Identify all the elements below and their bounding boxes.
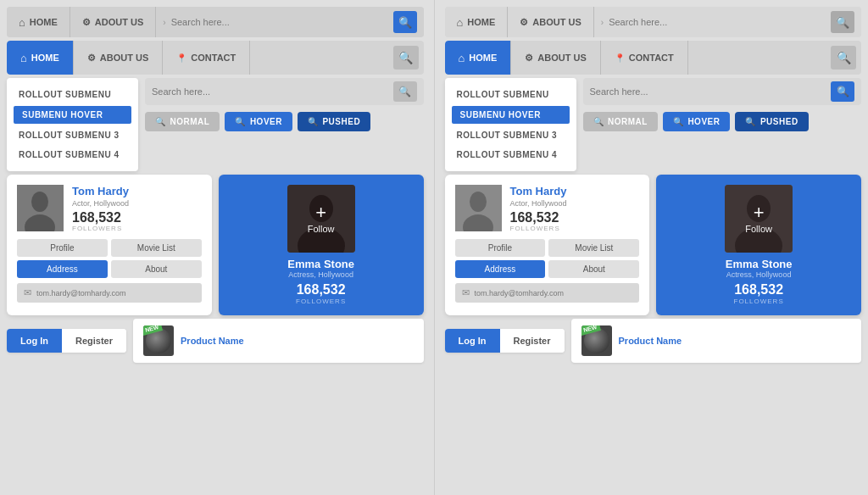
left-follow-name: Emma Stone	[287, 258, 354, 270]
left-btn-pushed[interactable]: 🔍 PUSHED	[298, 112, 370, 131]
right-top-search-input[interactable]	[609, 17, 826, 27]
left-top-search-button[interactable]: 🔍	[393, 11, 417, 33]
gear-icon	[82, 17, 91, 28]
right-top-nav-about[interactable]: ABOUT US	[508, 7, 593, 37]
right-about-label: ABOUT US	[532, 17, 581, 27]
right-btn-pushed[interactable]: 🔍 PUSHED	[735, 112, 808, 131]
search-arrow-icon: ›	[163, 18, 165, 27]
left-followers-label: FOLLOWERS	[72, 225, 202, 232]
left-primary-nav-about[interactable]: ABOUT US	[74, 41, 163, 75]
right-address-btn[interactable]: Address	[455, 260, 546, 278]
right-dropdown-item-4[interactable]: ROLLOUT SUBMENU 4	[445, 145, 576, 164]
right-search-icon-normal: 🔍	[593, 117, 604, 126]
left-primary-nav-home[interactable]: HOME	[7, 41, 74, 75]
right-profile-card: Tom Hardy Actor, Hollywood 168,532 FOLLO…	[445, 175, 650, 315]
right-primary-search-button[interactable]: 🔍	[831, 46, 856, 70]
search-icon-hover: 🔍	[235, 117, 246, 126]
left-search-bar: 🔍	[145, 78, 424, 105]
left-profile-top: Tom Hardy Actor, Hollywood 168,532 FOLLO…	[17, 185, 202, 232]
right-profile-title: Actor, Hollywood	[510, 199, 640, 208]
left-dropdown-item-4[interactable]: ROLLOUT SUBMENU 4	[7, 145, 138, 164]
left-top-nav-home[interactable]: HOME	[7, 7, 70, 37]
right-primary-nav-home[interactable]: HOME	[445, 41, 512, 75]
left-primary-search-button[interactable]: 🔍	[393, 46, 419, 70]
home-icon	[19, 16, 25, 29]
left-tom-avatar	[17, 185, 64, 231]
left-profile-info: Tom Hardy Actor, Hollywood 168,532 FOLLO…	[72, 185, 202, 232]
btn-pushed-label: PUSHED	[322, 117, 360, 126]
left-search-input[interactable]	[152, 86, 388, 97]
right-search-bar-button[interactable]: 🔍	[831, 81, 854, 102]
left-movie-btn[interactable]: Movie List	[111, 239, 202, 257]
left-follow-overlay[interactable]: + Follow	[287, 185, 355, 253]
right-gear-icon	[520, 17, 528, 28]
right-btn-hover[interactable]: 🔍 HOVER	[663, 112, 731, 131]
right-product-card: NEW Product Name	[571, 319, 861, 363]
right-dropdown-item-1[interactable]: ROLLOUT SUBMENU	[445, 85, 576, 104]
left-top-nav-about[interactable]: ADOUT US	[70, 7, 156, 37]
left-profile-email: tom.hardy@tomhardy.com	[36, 289, 126, 298]
right-primary-nav-contact[interactable]: 📍 CONTACT	[601, 41, 688, 75]
right-follow-name: Emma Stone	[726, 258, 793, 270]
left-dropdown-item-3[interactable]: ROLLOUT SUBMENU 3	[7, 125, 138, 145]
column-divider	[434, 0, 435, 495]
contact-primary-label: CONTACT	[191, 53, 236, 63]
left-register-button[interactable]: Register	[62, 329, 126, 353]
left-profile-card: Tom Hardy Actor, Hollywood 168,532 FOLLO…	[7, 175, 212, 315]
about-label: ADOUT US	[95, 17, 143, 27]
right-follow-subtitle: Actress, Hollywood	[726, 270, 792, 279]
right-profile-info: Tom Hardy Actor, Hollywood 168,532 FOLLO…	[510, 185, 640, 232]
right-primary-nav-about[interactable]: ABOUT US	[511, 41, 600, 75]
left-btn-normal[interactable]: 🔍 NORMAL	[145, 112, 220, 131]
right-btn-pushed-label: PUSHED	[760, 117, 798, 126]
right-follow-count: 168,532	[734, 282, 783, 298]
right-cards-section: Tom Hardy Actor, Hollywood 168,532 FOLLO…	[445, 175, 862, 315]
right-search-arrow-icon: ›	[601, 18, 604, 27]
left-btn-hover[interactable]: 🔍 HOVER	[225, 112, 292, 131]
right-top-search-button[interactable]: 🔍	[831, 11, 854, 33]
right-follow-card: + Follow Emma Stone Actress, Hollywood 1…	[656, 175, 861, 315]
left-profile-name: Tom Hardy	[72, 185, 202, 197]
left-button-row: 🔍 NORMAL 🔍 HOVER 🔍 PUSHED	[145, 112, 424, 131]
left-profile-btn[interactable]: Profile	[17, 239, 108, 257]
left-address-btn[interactable]: Address	[17, 260, 108, 278]
right-follow-label: FOLLOWERS	[734, 298, 784, 305]
right-follow-overlay[interactable]: + Follow	[725, 185, 793, 253]
right-bottom-section: Log In Register NEW Product Name	[445, 319, 862, 363]
right-tom-avatar	[455, 185, 502, 231]
right-movie-btn[interactable]: Movie List	[548, 239, 639, 257]
left-dropdown-item-hover[interactable]: SUBMENU HOVER	[14, 106, 131, 124]
right-profile-actions: Profile Movie List Address About	[455, 239, 640, 278]
pin-icon: 📍	[176, 53, 186, 63]
right-register-button[interactable]: Register	[500, 329, 565, 353]
search-icon-normal: 🔍	[155, 117, 166, 126]
right-primary-navbar: HOME ABOUT US 📍 CONTACT 🔍	[445, 41, 862, 75]
left-search-bar-button[interactable]: 🔍	[393, 81, 417, 102]
right-follow-text-label: Follow	[745, 224, 772, 234]
right-top-nav-home[interactable]: HOME	[445, 7, 509, 37]
left-follow-avatar: + Follow	[287, 185, 355, 253]
left-primary-nav-contact[interactable]: 📍 CONTACT	[163, 41, 250, 75]
right-dropdown-item-hover[interactable]: SUBMENU HOVER	[452, 106, 570, 124]
right-profile-name: Tom Hardy	[510, 185, 640, 197]
svg-point-1	[31, 192, 48, 212]
right-btn-normal[interactable]: 🔍 NORMAL	[583, 112, 658, 131]
right-top-navbar: HOME ABOUT US › 🔍	[445, 7, 862, 37]
gear-icon-primary	[87, 53, 96, 64]
right-profile-btn[interactable]: Profile	[455, 239, 546, 257]
left-dropdown-section: ROLLOUT SUBMENU SUBMENU HOVER ROLLOUT SU…	[7, 78, 424, 171]
left-top-search-input[interactable]	[171, 17, 388, 27]
right-login-button[interactable]: Log In	[445, 329, 500, 353]
right-btn-normal-label: NORMAL	[608, 117, 648, 126]
left-about-btn[interactable]: About	[111, 260, 202, 278]
left-dropdown-item-1[interactable]: ROLLOUT SUBMENU	[7, 85, 138, 104]
right-pin-icon: 📍	[615, 53, 625, 63]
right-search-input[interactable]	[590, 86, 826, 97]
left-login-card: Log In Register	[7, 329, 126, 353]
right-dropdown-item-3[interactable]: ROLLOUT SUBMENU 3	[445, 125, 576, 145]
left-login-button[interactable]: Log In	[7, 329, 62, 353]
left-search-buttons-area: 🔍 🔍 NORMAL 🔍 HOVER 🔍 PUSHED	[145, 78, 424, 171]
right-gear-icon-primary	[525, 53, 533, 64]
right-about-btn[interactable]: About	[548, 260, 639, 278]
right-btn-hover-label: HOVER	[687, 117, 720, 126]
